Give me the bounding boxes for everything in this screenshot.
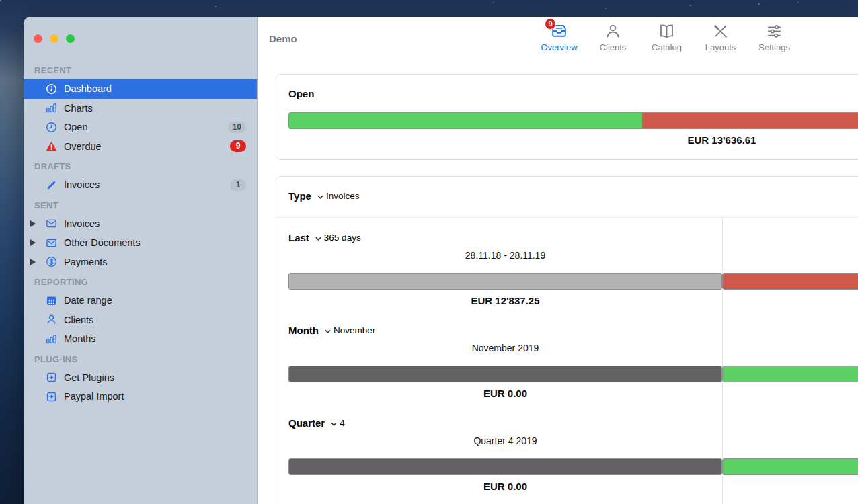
toolbar-settings-button[interactable]: Settings [752, 20, 797, 52]
sidebar-item-months[interactable]: Months [24, 329, 257, 349]
sidebar-section-recent: RECENT [24, 65, 257, 77]
toolbar-catalog-button[interactable]: Catalog [644, 20, 689, 52]
dollar-icon [46, 256, 57, 267]
sidebar-item-label: Payments [64, 257, 107, 267]
count-badge: 9 [230, 140, 246, 152]
open-total-bar [288, 112, 858, 129]
open-total-amount: EUR 13'636.61 [288, 134, 858, 146]
sidebar-item-draft-invoices[interactable]: Invoices 1 [24, 175, 257, 195]
disclosure-triangle-icon[interactable] [30, 259, 36, 265]
close-window-button[interactable] [34, 34, 42, 43]
desktop: RECENT Dashboard Charts [0, 0, 858, 504]
clock-icon [46, 122, 57, 133]
sidebar-section-sent: SENT [24, 200, 257, 212]
main-content: Demo 9 Overview Clients [258, 17, 858, 504]
period-amount: EUR 0.00 [288, 388, 722, 399]
minimize-window-button[interactable] [50, 34, 58, 43]
toolbar-label: Layouts [705, 42, 736, 52]
pen-brush-icon [711, 20, 730, 40]
chevron-down-icon [315, 237, 321, 241]
person-icon [46, 314, 57, 325]
sidebar-item-label: Months [64, 333, 96, 344]
sidebar-item-label: Dashboard [64, 83, 112, 94]
open-bar-red-segment [642, 113, 858, 128]
disclosure-triangle-icon[interactable] [30, 220, 36, 227]
month-period-bar [288, 366, 722, 382]
overview-badge: 9 [545, 18, 556, 30]
plus-square-icon [46, 372, 57, 383]
month-bar-segment [289, 366, 722, 382]
chevron-down-icon [317, 195, 323, 199]
month-dropdown-label: Month [288, 325, 319, 336]
bar-chart-icon [46, 333, 57, 345]
sidebar-item-dashboard[interactable]: Dashboard [24, 79, 257, 99]
open-card-title: Open [288, 88, 314, 99]
envelope-icon [46, 218, 57, 229]
page-title: Demo [269, 33, 297, 44]
quarter-compare-segment [723, 459, 858, 474]
sidebar-list: RECENT Dashboard Charts [24, 65, 257, 407]
month-dropdown-value: November [334, 325, 375, 335]
sidebar-item-clients[interactable]: Clients [24, 310, 257, 330]
month-dropdown[interactable]: Month November [288, 325, 375, 336]
sidebar-item-charts[interactable]: Charts [24, 99, 257, 118]
toolbar-overview-button[interactable]: 9 Overview [537, 20, 582, 52]
sidebar-item-date-range[interactable]: Date range [24, 291, 257, 310]
bar-chart-icon [46, 102, 57, 114]
calendar-icon [46, 295, 57, 306]
app-window: RECENT Dashboard Charts [24, 17, 858, 504]
toolbar-label: Settings [758, 42, 790, 52]
warning-icon [46, 140, 57, 152]
type-dropdown-value: Invoices [326, 191, 360, 201]
zoom-window-button[interactable] [66, 34, 75, 43]
sidebar-item-payments[interactable]: Payments [24, 253, 257, 272]
open-bar-green-segment [289, 113, 642, 128]
disclosure-triangle-icon[interactable] [30, 239, 36, 246]
sidebar-item-label: Invoices [64, 218, 100, 229]
month-period-compare-bar [722, 366, 858, 382]
chevron-down-icon [331, 422, 337, 426]
person-icon [604, 20, 622, 40]
count-badge: 1 [230, 179, 246, 191]
wallpaper-stars [0, 0, 1, 1]
open-summary-card: Open EUR 13'636.61 [276, 74, 858, 160]
last-dropdown-label: Last [288, 232, 309, 243]
sidebar-item-label: Open [64, 122, 87, 132]
sidebar-item-label: Date range [64, 295, 112, 306]
type-report-card: Type Invoices Last 365 days 28.11.18 - 2… [276, 176, 858, 504]
sidebar-section-plugins: PLUG-INS [24, 353, 257, 366]
toolbar: 9 Overview Clients Catalog [537, 20, 797, 52]
count-badge: 10 [228, 122, 246, 133]
period-label: 28.11.18 - 28.11.19 [288, 250, 722, 261]
sidebar-item-label: Overdue [64, 141, 102, 152]
toolbar-clients-button[interactable]: Clients [590, 20, 635, 52]
toolbar-label: Clients [600, 42, 627, 52]
sidebar-item-paypal-import[interactable]: Paypal Import [24, 387, 257, 407]
sidebar-item-label: Paypal Import [64, 391, 124, 402]
toolbar-layouts-button[interactable]: Layouts [698, 20, 743, 52]
traffic-lights [34, 34, 75, 43]
period-label: November 2019 [288, 343, 722, 353]
sidebar-item-label: Charts [64, 103, 93, 114]
last-dropdown[interactable]: Last 365 days [288, 232, 361, 243]
month-compare-segment [723, 366, 858, 382]
sidebar-item-other-documents[interactable]: Other Documents [24, 233, 257, 253]
quarter-bar-segment [289, 459, 722, 474]
quarter-period-compare-bar [722, 458, 858, 475]
sidebar-item-open[interactable]: Open 10 [24, 118, 257, 137]
sidebar-section-reporting: REPORTING [24, 276, 257, 288]
envelope-icon [46, 237, 57, 249]
sidebar-item-overdue[interactable]: Overdue 9 [24, 137, 257, 157]
quarter-dropdown-value: 4 [340, 418, 345, 428]
sidebar-item-sent-invoices[interactable]: Invoices [24, 214, 257, 234]
sidebar-item-label: Clients [64, 314, 93, 325]
last-dropdown-value: 365 days [324, 233, 361, 243]
toolbar-label: Catalog [652, 42, 682, 52]
period-label: Quarter 4 2019 [288, 435, 722, 446]
sidebar-item-label: Get Plugins [64, 372, 114, 383]
sidebar-item-get-plugins[interactable]: Get Plugins [24, 368, 257, 388]
book-icon [658, 20, 676, 40]
type-dropdown[interactable]: Type Invoices [288, 190, 359, 202]
quarter-dropdown[interactable]: Quarter 4 [288, 417, 345, 429]
tray-icon: 9 [550, 20, 568, 40]
